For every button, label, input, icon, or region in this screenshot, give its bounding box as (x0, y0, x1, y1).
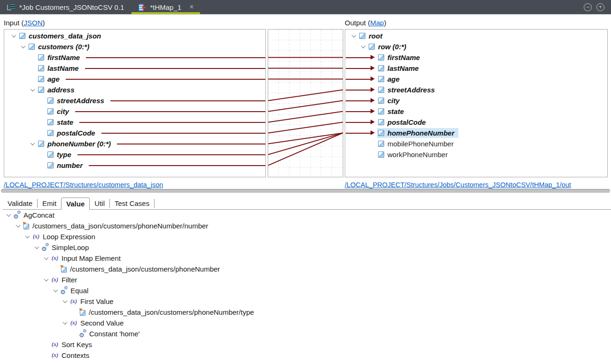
chevron-down-icon[interactable] (4, 213, 13, 217)
expression-row-agconcat[interactable]: ⚙⚙AgConcat (0, 210, 611, 220)
close-icon[interactable]: × (189, 3, 193, 11)
output-row-root[interactable]: root (345, 30, 607, 41)
output-row-row-0[interactable]: row (0:*) (345, 41, 607, 52)
chevron-down-icon[interactable] (28, 88, 37, 91)
chevron-down-icon[interactable] (32, 246, 41, 249)
output-row-homephonenumber[interactable]: homePhoneNumber (345, 128, 607, 138)
expression-row-first-value[interactable]: (x)First Value (0, 296, 611, 307)
mapping-line[interactable] (79, 122, 265, 123)
element-icon (47, 108, 54, 114)
mapping-line[interactable] (86, 57, 265, 58)
mapping-arrow[interactable] (346, 111, 371, 112)
input-row-type[interactable]: type (4, 149, 265, 160)
output-heading-text: Output ( (345, 19, 370, 27)
tab-validate[interactable]: Validate (3, 198, 37, 208)
expression-row-customers-data-json-customers-phonenumber-number[interactable]: /customers_data_json/customers/phoneNumb… (0, 220, 611, 231)
output-row-firstname[interactable]: firstName (345, 52, 607, 63)
input-format-link[interactable]: JSON (24, 19, 43, 27)
expression-row-second-value[interactable]: (x)Second Value (0, 318, 611, 328)
horizontal-splitter[interactable] (1, 189, 610, 193)
expression-row-equal[interactable]: ⚙⚙Equal (0, 285, 611, 296)
mapping-line[interactable] (66, 79, 265, 80)
mapping-arrow[interactable] (346, 57, 371, 58)
mapping-line[interactable] (101, 133, 265, 134)
expression-row-customers-data-json-customers-phonenumber-type[interactable]: /customers_data_json/customers/phoneNumb… (0, 307, 611, 318)
chevron-down-icon[interactable] (41, 257, 51, 260)
output-row-state[interactable]: state (345, 106, 607, 117)
chevron-down-icon[interactable] (349, 34, 358, 38)
mapping-line[interactable] (85, 68, 265, 69)
mapping-arrow[interactable] (346, 90, 371, 91)
chevron-down-icon[interactable] (9, 34, 18, 38)
maximize-button[interactable]: + (596, 3, 604, 11)
tab-thmap-1[interactable]: *tHMap_1 × (131, 0, 201, 14)
expression-row-sort-keys[interactable]: (x)Sort Keys (0, 339, 611, 350)
expression-tree: ⚙⚙AgConcat/customers_data_json/customers… (0, 210, 611, 364)
expression-row-filter[interactable]: (x)Filter (0, 274, 611, 285)
output-row-streetaddress[interactable]: streetAddress (345, 84, 607, 95)
chevron-down-icon[interactable] (28, 142, 37, 145)
output-row-age[interactable]: age (345, 74, 607, 84)
tab-value[interactable]: Value (61, 197, 90, 210)
mapping-line[interactable] (75, 111, 265, 112)
output-row-mobilephonenumber[interactable]: mobilePhoneNumber (345, 138, 607, 149)
chevron-down-icon[interactable] (51, 289, 60, 292)
chevron-down-icon[interactable] (60, 300, 70, 303)
expression-row-simpleloop[interactable]: ⚙⚙SimpleLoop (0, 242, 611, 253)
input-row-customers-data-json[interactable]: customers_data_json (4, 30, 265, 41)
input-row-phonenumber-0[interactable]: phoneNumber (0:*) (4, 138, 265, 149)
mapping-line[interactable] (117, 144, 265, 144)
minimize-button[interactable]: − (584, 3, 592, 11)
expression-row-loop-expression[interactable]: (x)Loop Expression (0, 231, 611, 242)
input-row-streetaddress[interactable]: streetAddress (4, 95, 265, 106)
input-row-address[interactable]: address (4, 84, 265, 95)
output-row-postalcode[interactable]: postalCode (345, 117, 607, 128)
chevron-down-icon[interactable] (23, 235, 32, 238)
mapping-line[interactable] (77, 154, 265, 155)
element-icon (359, 33, 365, 39)
mapping-arrow[interactable] (346, 100, 371, 101)
expression-row-customers-data-json-customers-phonenumber[interactable]: /customers_data_json/customers/phoneNumb… (0, 264, 611, 274)
input-row-state[interactable]: state (4, 117, 265, 128)
element-icon (378, 54, 384, 61)
expression-label: Second Value (80, 319, 124, 327)
output-structure-link[interactable]: /LOCAL_PROJECT/Structures/Jobs/Customers… (345, 181, 571, 189)
mapping-arrow[interactable] (346, 122, 371, 123)
tree-item-label: city (387, 97, 400, 105)
job-icon (7, 4, 15, 10)
expression-label: Constant 'home' (89, 330, 139, 338)
chevron-down-icon[interactable] (60, 321, 70, 325)
input-row-firstname[interactable]: firstName (4, 52, 265, 63)
mapping-line[interactable] (89, 165, 265, 166)
input-row-age[interactable]: age (4, 74, 265, 84)
mapping-arrow[interactable] (346, 133, 371, 134)
input-row-postalcode[interactable]: postalCode (4, 128, 265, 138)
output-format-link[interactable]: Map (370, 19, 384, 27)
tree-item-label: state (57, 118, 73, 126)
tab-job-customers-jsontocsv[interactable]: *Job Customers_JSONtoCSV 0.1 (0, 0, 131, 14)
input-structure-link[interactable]: /LOCAL_PROJECT/Structures/customers_data… (4, 181, 163, 189)
input-row-lastname[interactable]: lastName (4, 63, 265, 74)
input-heading-suffix: ) (43, 19, 45, 27)
tab-util[interactable]: Util (90, 198, 109, 208)
input-row-customers-0[interactable]: customers (0:*) (4, 41, 265, 52)
expression-row-contexts[interactable]: (x)Contexts (0, 350, 611, 361)
chevron-down-icon[interactable] (13, 224, 23, 228)
chevron-down-icon[interactable] (18, 45, 28, 48)
tab-test-cases[interactable]: Test Cases (110, 198, 154, 208)
chevron-down-icon[interactable] (358, 45, 368, 48)
output-row-lastname[interactable]: lastName (345, 63, 607, 74)
expression-row-constant-home[interactable]: ⚙⚙Constant 'home' (0, 328, 611, 339)
output-row-city[interactable]: city (345, 95, 607, 106)
element-icon (378, 108, 384, 114)
input-row-number[interactable]: number (4, 160, 265, 171)
mapping-arrow[interactable] (346, 79, 371, 80)
tab-emit[interactable]: Emit (38, 198, 61, 208)
input-row-city[interactable]: city (4, 106, 265, 117)
chevron-down-icon[interactable] (41, 278, 51, 281)
output-row-workphonenumber[interactable]: workPhoneNumber (345, 149, 607, 160)
expression-row-input-map-element[interactable]: (x)Input Map Element (0, 253, 611, 264)
mapping-line[interactable] (110, 100, 265, 101)
mapping-arrow[interactable] (346, 68, 371, 69)
tree-item-label: workPhoneNumber (387, 151, 448, 159)
